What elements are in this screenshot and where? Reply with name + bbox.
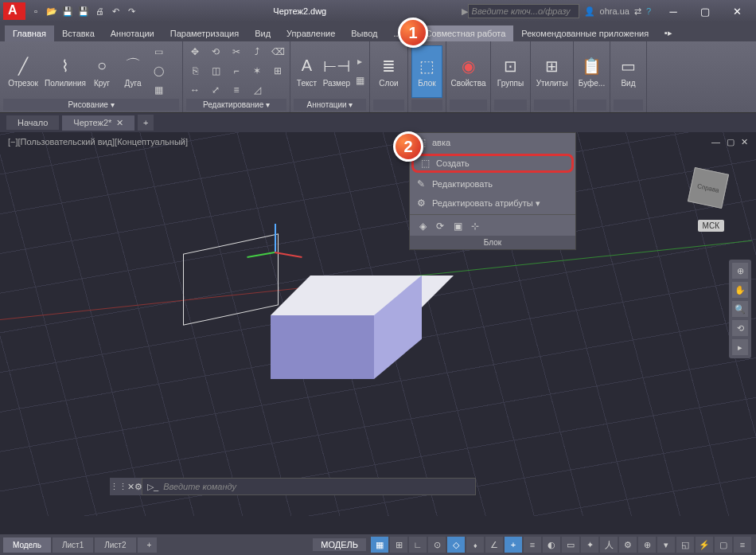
fullnav-icon[interactable]: ⊕ bbox=[732, 263, 748, 279]
units-icon[interactable]: ▾ bbox=[657, 537, 675, 553]
circle-button[interactable]: ○Круг bbox=[88, 47, 116, 95]
line-button[interactable]: ╱Отрезок bbox=[3, 47, 43, 95]
ellipse-icon[interactable]: ◯ bbox=[150, 62, 167, 80]
base-point-icon[interactable]: ⊹ bbox=[469, 220, 481, 233]
tab-insert[interactable]: Вставка bbox=[54, 25, 103, 41]
snap-toggle-icon[interactable]: ⊞ bbox=[390, 537, 407, 553]
new-icon[interactable]: ▫ bbox=[29, 4, 43, 18]
panel-edit-title[interactable]: Редактирование ▾ bbox=[186, 99, 286, 111]
cmdline-close-icon[interactable]: ✕ bbox=[127, 482, 134, 492]
groups-button[interactable]: ⊡Группы bbox=[494, 48, 527, 96]
utilities-button[interactable]: ⊞Утилиты bbox=[534, 48, 570, 96]
dimension-button[interactable]: ⊢⊣Размер bbox=[322, 47, 351, 95]
tab-collaborate[interactable]: Совместная работа bbox=[418, 25, 514, 41]
3dosnap-toggle-icon[interactable]: ⬧ bbox=[466, 537, 484, 553]
rect-icon[interactable]: ▭ bbox=[150, 43, 167, 61]
viewcube-face[interactable]: Справа bbox=[688, 167, 729, 209]
layers-button[interactable]: ≣Слои bbox=[373, 48, 404, 96]
drawing-area[interactable]: [−][Пользовательский вид][Концептуальный… bbox=[0, 132, 756, 516]
maximize-button[interactable]: ▢ bbox=[689, 2, 721, 21]
help-icon[interactable]: ? bbox=[646, 6, 651, 16]
dropdown-edit-row[interactable]: ✎ Редактировать bbox=[410, 174, 575, 193]
command-input[interactable]: Введите команду bbox=[163, 482, 236, 491]
signin-icon[interactable]: 👤 bbox=[584, 6, 595, 17]
tab-home[interactable]: Главная bbox=[5, 25, 54, 41]
customize-icon[interactable]: ≡ bbox=[734, 537, 751, 553]
open-icon[interactable]: 📂 bbox=[45, 4, 59, 18]
saveas-icon[interactable]: 💾 bbox=[76, 4, 91, 18]
gizmo-icon[interactable]: ✦ bbox=[581, 537, 598, 553]
panel-annotation-title[interactable]: Аннотации ▾ bbox=[294, 99, 366, 111]
tab-output[interactable]: Вывод bbox=[343, 25, 385, 41]
ortho-toggle-icon[interactable]: ∟ bbox=[409, 537, 427, 553]
save-icon[interactable]: 💾 bbox=[60, 4, 75, 18]
tab-view[interactable]: Вид bbox=[247, 25, 279, 41]
dropdown-insert-row[interactable]: ⬚ авка bbox=[410, 133, 575, 152]
space-badge[interactable]: МОДЕЛЬ bbox=[313, 538, 366, 551]
stretch-icon[interactable]: ↔ bbox=[186, 81, 204, 99]
annotation-monitor-icon[interactable]: ⊕ bbox=[638, 537, 656, 553]
clipboard-button[interactable]: 📋Буфе... bbox=[577, 48, 606, 96]
extend-icon[interactable]: ⤴ bbox=[248, 43, 266, 61]
fillet-icon[interactable]: ⌐ bbox=[228, 62, 245, 80]
erase-icon[interactable]: ⌫ bbox=[269, 43, 286, 61]
text-button[interactable]: AТекст bbox=[294, 47, 320, 95]
cmdline-grip-icon[interactable]: ⋮⋮ bbox=[110, 482, 127, 492]
block-button[interactable]: ⬚Блок bbox=[411, 45, 442, 98]
tab-manage[interactable]: Управление bbox=[279, 25, 343, 41]
tab-layout2[interactable]: Лист2 bbox=[95, 537, 135, 553]
vp-restore-icon[interactable]: ▢ bbox=[727, 137, 735, 147]
workspace-icon[interactable]: ⚙ bbox=[619, 537, 637, 553]
close-tab-icon[interactable]: ✕ bbox=[116, 118, 123, 128]
pan-icon[interactable]: ✋ bbox=[732, 282, 748, 298]
move-icon[interactable]: ✥ bbox=[186, 43, 204, 61]
array-icon[interactable]: ⊞ bbox=[269, 62, 286, 80]
define-attr-icon[interactable]: ◈ bbox=[416, 220, 429, 233]
command-line[interactable]: ▷_ Введите команду bbox=[142, 478, 476, 495]
retain-attr-icon[interactable]: ▣ bbox=[451, 220, 464, 233]
plot-icon[interactable]: 🖨 bbox=[92, 4, 107, 18]
offset-icon[interactable]: ≡ bbox=[228, 81, 245, 99]
grid-toggle-icon[interactable]: ▦ bbox=[371, 537, 388, 553]
undo-icon[interactable]: ↶ bbox=[108, 4, 123, 18]
annotation-scale-icon[interactable]: 人 bbox=[600, 537, 618, 553]
selection-icon[interactable]: ▭ bbox=[562, 537, 579, 553]
properties-button[interactable]: ◉Свойства bbox=[450, 48, 487, 96]
tab-start[interactable]: Начало bbox=[6, 115, 59, 130]
add-layout-button[interactable]: + bbox=[138, 537, 157, 553]
explode-icon[interactable]: ✶ bbox=[248, 62, 266, 80]
orbit-icon[interactable]: ⟲ bbox=[732, 320, 748, 336]
tab-drawing[interactable]: Чертеж2*✕ bbox=[62, 115, 134, 131]
vp-close-icon[interactable]: ✕ bbox=[741, 137, 748, 147]
exchange-icon[interactable]: ⇄ bbox=[634, 6, 641, 17]
help-search-input[interactable]: Введите ключ...о/фразу bbox=[468, 4, 579, 18]
tab-featured[interactable]: Рекомендованные приложения bbox=[513, 25, 657, 41]
hardware-accel-icon[interactable]: ⚡ bbox=[696, 537, 713, 553]
tab-more-icon[interactable]: ▪▸ bbox=[657, 25, 680, 41]
rotate-icon[interactable]: ⟲ bbox=[207, 43, 224, 61]
tab-parametric[interactable]: Параметризация bbox=[162, 25, 247, 41]
dropdown-create-row[interactable]: ⬚ Создать bbox=[411, 154, 574, 173]
lineweight-icon[interactable]: ≡ bbox=[524, 537, 541, 553]
transparency-icon[interactable]: ◐ bbox=[543, 537, 560, 553]
view-button[interactable]: ▭Вид bbox=[614, 48, 643, 96]
app-logo[interactable] bbox=[3, 2, 25, 20]
otrack-toggle-icon[interactable]: ∠ bbox=[485, 537, 503, 553]
polar-toggle-icon[interactable]: ⊙ bbox=[428, 537, 446, 553]
zoom-icon[interactable]: 🔍 bbox=[732, 301, 748, 317]
osnap-toggle-icon[interactable]: ◇ bbox=[447, 537, 465, 553]
panel-draw-title[interactable]: Рисование ▾ bbox=[3, 99, 179, 111]
user-name[interactable]: ohra.ua bbox=[600, 6, 629, 16]
cmdline-handle[interactable]: ⋮⋮ ✕ ⚙ bbox=[110, 478, 142, 495]
isolate-icon[interactable]: ◱ bbox=[676, 537, 694, 553]
dropdown-editattr-row[interactable]: ⚙ Редактировать атрибуты ▾ bbox=[410, 193, 575, 213]
minimize-button[interactable]: ─ bbox=[657, 2, 689, 21]
viewport-label[interactable]: [−][Пользовательский вид][Концептуальный… bbox=[8, 137, 188, 147]
scale-icon[interactable]: ⤢ bbox=[207, 81, 224, 99]
vp-minimize-icon[interactable]: — bbox=[711, 137, 720, 147]
table-icon[interactable]: ▦ bbox=[353, 72, 366, 89]
polyline-button[interactable]: ⌇Полилиния bbox=[45, 47, 85, 95]
dyn-toggle-icon[interactable]: + bbox=[505, 537, 522, 553]
mirror-icon[interactable]: ◫ bbox=[207, 62, 224, 80]
trim-icon[interactable]: ✂ bbox=[228, 43, 245, 61]
